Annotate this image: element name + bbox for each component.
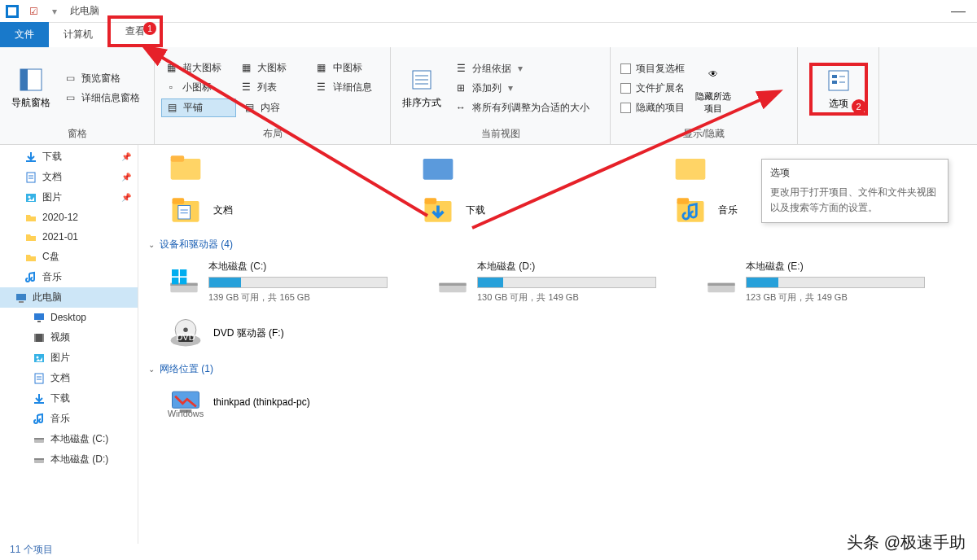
qat-icon-3[interactable]: ▾ — [46, 2, 64, 20]
qat-icon-2[interactable]: ☑ — [24, 2, 42, 20]
layout-content[interactable]: ▤内容 — [239, 98, 313, 117]
folder-item[interactable] — [168, 150, 371, 186]
chevron-down-icon: ⌄ — [148, 365, 155, 374]
drive-item[interactable]: 本地磁盘 (D:)130 GB 可用，共 149 GB — [436, 260, 664, 304]
layout-medium[interactable]: ▦中图标 — [312, 59, 383, 77]
details-pane-icon: ▭ — [64, 91, 77, 104]
section-devices[interactable]: ⌄ 设备和驱动器 (4) — [148, 238, 967, 252]
layout-large[interactable]: ▦大图标 — [236, 59, 308, 77]
status-bar: 11 个项目 — [10, 543, 53, 557]
layout-list[interactable]: ☰列表 — [236, 79, 308, 96]
pin-icon: 📌 — [121, 193, 131, 202]
sidebar-item[interactable]: Desktop — [0, 308, 138, 327]
layout-xlarge[interactable]: ▦超大图标 — [161, 59, 233, 77]
video-icon — [33, 331, 46, 344]
sidebar-item[interactable]: 此电脑 — [0, 287, 138, 308]
sidebar-item[interactable]: 文档 — [0, 368, 138, 388]
sidebar-item[interactable]: 音乐 — [0, 409, 138, 429]
svg-rect-48 — [425, 198, 437, 203]
qat-icon-1[interactable] — [3, 2, 21, 20]
sort-button[interactable]: 排序方式 — [397, 50, 446, 125]
sidebar-item[interactable]: 下载 — [0, 388, 138, 409]
sidebar-item[interactable]: 本地磁盘 (D:) — [0, 449, 138, 470]
svg-rect-16 — [27, 173, 35, 182]
dvd-label: DVD 驱动器 (F:) — [213, 326, 284, 340]
item-checkboxes[interactable]: 项目复选框 — [617, 60, 688, 77]
drive-name: 本地磁盘 (D:) — [477, 260, 664, 273]
section-network[interactable]: ⌄ 网络位置 (1) — [148, 362, 967, 376]
download-folder-icon — [420, 192, 456, 228]
nav-pane-button[interactable]: 导航窗格 — [7, 50, 55, 125]
sidebar-item-label: 下载 — [42, 150, 62, 164]
tab-computer[interactable]: 计算机 — [49, 22, 107, 47]
layout-small[interactable]: ▫小图标 — [161, 79, 233, 96]
sidebar-item[interactable]: 图片 — [0, 348, 138, 368]
svg-text:DVD: DVD — [176, 332, 195, 342]
section-label: 网络位置 (1) — [160, 362, 213, 376]
sidebar-item-label: 本地磁盘 (D:) — [50, 453, 108, 466]
doc-icon — [33, 372, 46, 385]
tab-view[interactable]: 查看 1 — [107, 15, 163, 47]
svg-rect-24 — [37, 321, 41, 322]
doc-icon — [24, 171, 37, 184]
hidden-items[interactable]: 隐藏的项目 — [617, 99, 688, 116]
options-tooltip: 选项 更改用于打开项目、文件和文件夹视图以及搜索等方面的设置。 — [761, 159, 949, 223]
watermark-credit: 头条 @极速手助 — [847, 532, 966, 553]
pic-icon — [24, 191, 37, 204]
details-pane-button[interactable]: ▭详细信息窗格 — [60, 90, 143, 107]
ribbon-group-options: 选项 2 — [798, 47, 879, 144]
network-item[interactable]: Windows thinkpad (thinkpad-pc) — [168, 384, 371, 420]
folder-item[interactable]: 文档 — [168, 192, 371, 228]
svg-rect-40 — [423, 159, 453, 180]
svg-rect-41 — [676, 159, 706, 180]
folder-item[interactable] — [420, 150, 624, 186]
layout-details[interactable]: ☰详细信息 — [312, 79, 383, 96]
sidebar-item[interactable]: 本地磁盘 (C:) — [0, 429, 138, 449]
drive-item[interactable]: 本地磁盘 (E:)123 GB 可用，共 149 GB — [705, 260, 933, 304]
ribbon-group-panes: 导航窗格 ▭预览窗格 ▭详细信息窗格 窗格 — [0, 47, 155, 144]
sidebar-item[interactable]: 音乐 — [0, 267, 138, 287]
layout-tiles[interactable]: ▤平铺 — [161, 98, 236, 117]
folder-label: 文档 — [213, 203, 233, 217]
size-columns-button[interactable]: ↔将所有列调整为合适的大小 — [451, 99, 593, 116]
network-item-label: thinkpad (thinkpad-pc) — [213, 396, 310, 408]
add-columns-button[interactable]: ⊞添加列▾ — [451, 80, 593, 97]
group-caption — [837, 128, 839, 142]
drive-item[interactable]: 本地磁盘 (C:)139 GB 可用，共 165 GB — [168, 260, 396, 304]
sidebar-item[interactable]: 2021-01 — [0, 227, 138, 247]
sidebar-item[interactable]: C盘 — [0, 247, 138, 267]
sidebar-item[interactable]: 图片📌 — [0, 187, 138, 208]
dvd-drive[interactable]: DVD DVD 驱动器 (F:) — [168, 315, 371, 351]
sidebar-item-label: 2020-12 — [42, 212, 78, 223]
svg-rect-54 — [180, 269, 186, 276]
tab-file[interactable]: 文件 — [0, 22, 49, 47]
sidebar-item-label: 音乐 — [50, 412, 70, 426]
preview-pane-button[interactable]: ▭预览窗格 — [60, 70, 143, 87]
checkbox-icon — [620, 63, 631, 74]
folder-label: 音乐 — [718, 203, 738, 217]
minimize-button[interactable]: ― — [943, 2, 974, 20]
group-caption: 窗格 — [7, 125, 147, 142]
file-ext[interactable]: 文件扩展名 — [617, 80, 688, 97]
svg-rect-60 — [708, 283, 734, 286]
svg-rect-56 — [180, 278, 186, 284]
folder-item[interactable]: 下载 — [420, 192, 624, 228]
sidebar-item-label: 下载 — [50, 392, 70, 405]
hide-selected-button[interactable]: 👁 隐藏所选项目 — [693, 50, 734, 125]
sidebar-item-label: C盘 — [42, 250, 59, 264]
download-icon — [33, 392, 46, 405]
svg-rect-43 — [173, 198, 185, 203]
svg-point-29 — [37, 356, 39, 358]
svg-rect-53 — [172, 269, 178, 276]
sidebar-item[interactable]: 视频 — [0, 327, 138, 348]
svg-rect-22 — [19, 301, 24, 303]
svg-rect-55 — [172, 278, 178, 284]
group-by-button[interactable]: ☰分组依据▾ — [451, 60, 593, 77]
sidebar-item[interactable]: 文档📌 — [0, 167, 138, 187]
drive-usage-bar — [477, 277, 656, 288]
svg-rect-9 — [832, 75, 837, 78]
navigation-sidebar[interactable]: 下载📌文档📌图片📌2020-122021-01C盘音乐此电脑Desktop视频图… — [0, 145, 138, 544]
sidebar-item[interactable]: 2020-12 — [0, 208, 138, 227]
checkbox-icon — [620, 83, 631, 94]
sidebar-item[interactable]: 下载📌 — [0, 147, 138, 167]
